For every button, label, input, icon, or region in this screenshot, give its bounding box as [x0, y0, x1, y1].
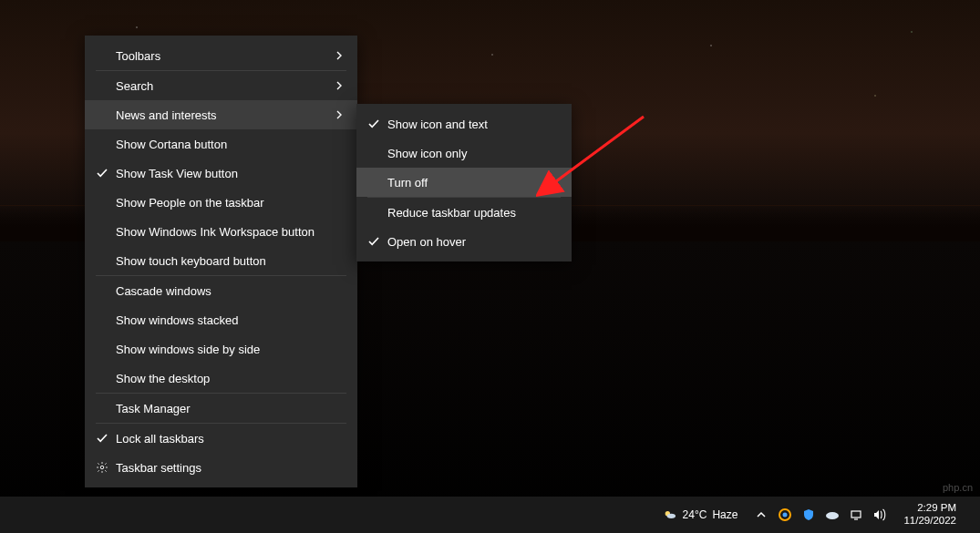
taskbar-clock[interactable]: 2:29 PM 11/29/2022: [894, 502, 965, 528]
watermark-text: php.cn: [943, 482, 973, 493]
svg-point-5: [783, 513, 788, 518]
menu-label: Show windows stacked: [112, 313, 345, 327]
action-center-icon[interactable]: [965, 507, 980, 522]
menu-item-cascade[interactable]: Cascade windows: [85, 276, 357, 305]
menu-label: Reduce taskbar updates: [384, 206, 559, 220]
submenu-item-icon-only[interactable]: Show icon only: [356, 138, 572, 168]
checkmark-icon: [92, 432, 112, 445]
menu-item-lock-taskbars[interactable]: Lock all taskbars: [85, 424, 357, 453]
tray-volume-icon[interactable]: [872, 507, 887, 522]
taskbar-context-menu: Toolbars Search News and interests Show …: [85, 36, 357, 487]
menu-item-taskview[interactable]: Show Task View button: [85, 159, 357, 188]
tray-chevron-up-icon[interactable]: [754, 507, 769, 522]
tray-network-icon[interactable]: [849, 507, 863, 522]
menu-label: Toolbars: [112, 49, 334, 63]
chevron-right-icon: [334, 110, 345, 119]
checkmark-icon: [92, 167, 112, 179]
menu-label: Cascade windows: [112, 284, 345, 298]
menu-label: Task Manager: [112, 402, 345, 415]
clock-date: 11/29/2022: [903, 515, 956, 528]
menu-item-task-manager[interactable]: Task Manager: [85, 394, 357, 423]
tray-security-icon[interactable]: [801, 507, 816, 522]
menu-item-stacked[interactable]: Show windows stacked: [85, 305, 357, 334]
menu-item-people[interactable]: Show People on the taskbar: [85, 188, 357, 217]
weather-temp: 24°C: [683, 508, 707, 521]
submenu-item-reduce-updates[interactable]: Reduce taskbar updates: [356, 198, 572, 227]
menu-label: Show Task View button: [112, 167, 345, 180]
menu-label: Show Cortana button: [112, 138, 345, 151]
submenu-item-turn-off[interactable]: Turn off: [356, 168, 572, 197]
system-tray: [747, 497, 894, 533]
menu-label: Search: [112, 79, 334, 93]
svg-point-3: [666, 514, 675, 518]
taskbar: 24°C Haze 2:29 PM 11/29/2022: [0, 497, 980, 533]
tray-onedrive-icon[interactable]: [825, 507, 840, 522]
chevron-right-icon: [334, 81, 345, 90]
menu-label: Show Windows Ink Workspace button: [112, 225, 345, 239]
menu-label: Show touch keyboard button: [112, 254, 345, 268]
menu-item-ink[interactable]: Show Windows Ink Workspace button: [85, 217, 357, 246]
menu-item-search[interactable]: Search: [85, 71, 357, 100]
menu-label: Lock all taskbars: [112, 432, 345, 446]
tray-app-icon[interactable]: [778, 507, 792, 522]
menu-label: Show icon and text: [384, 118, 559, 131]
weather-condition: Haze: [712, 508, 738, 521]
submenu-item-icon-text[interactable]: Show icon and text: [356, 109, 572, 138]
menu-item-news-interests[interactable]: News and interests: [85, 100, 357, 129]
gear-icon: [92, 461, 112, 474]
menu-label: Open on hover: [384, 235, 559, 249]
news-interests-submenu: Show icon and text Show icon only Turn o…: [356, 104, 572, 261]
menu-item-touch-keyboard[interactable]: Show touch keyboard button: [85, 246, 357, 275]
menu-label: Taskbar settings: [112, 461, 345, 475]
menu-label: Show windows side by side: [112, 343, 345, 356]
weather-widget[interactable]: 24°C Haze: [654, 497, 748, 533]
menu-item-cortana[interactable]: Show Cortana button: [85, 129, 357, 159]
weather-icon: [663, 507, 677, 522]
checkmark-icon: [364, 235, 384, 248]
menu-label: Show icon only: [384, 147, 559, 160]
menu-item-side-by-side[interactable]: Show windows side by side: [85, 334, 357, 364]
menu-label: Turn off: [384, 176, 559, 190]
menu-item-taskbar-settings[interactable]: Taskbar settings: [85, 453, 357, 482]
menu-item-show-desktop[interactable]: Show the desktop: [85, 364, 357, 393]
menu-label: News and interests: [112, 108, 334, 122]
checkmark-icon: [364, 118, 384, 130]
menu-label: Show the desktop: [112, 372, 345, 385]
svg-point-0: [100, 466, 104, 469]
menu-label: Show People on the taskbar: [112, 196, 345, 210]
svg-point-6: [826, 512, 839, 519]
svg-rect-7: [851, 511, 861, 518]
menu-item-toolbars[interactable]: Toolbars: [85, 41, 357, 70]
chevron-right-icon: [334, 51, 345, 60]
submenu-item-open-hover[interactable]: Open on hover: [356, 227, 572, 256]
clock-time: 2:29 PM: [917, 502, 956, 515]
